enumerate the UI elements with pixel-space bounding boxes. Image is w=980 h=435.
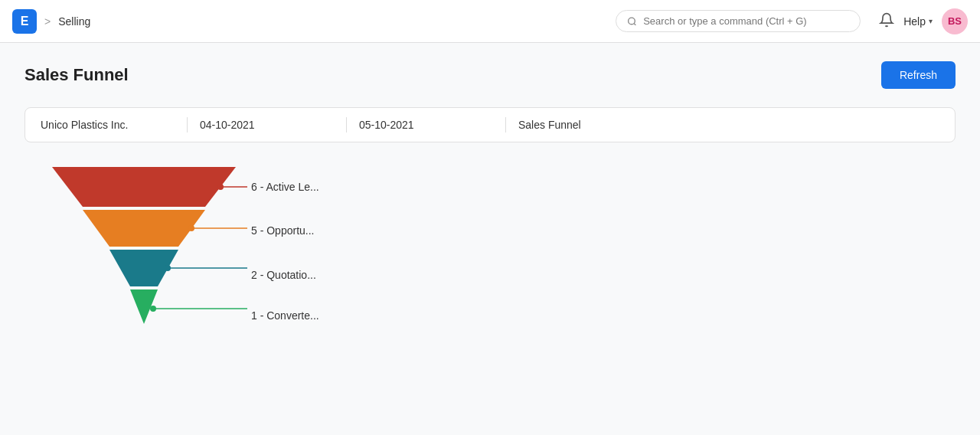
funnel-label-1: 6 - Active Le... (251, 181, 319, 193)
svg-point-9 (188, 225, 194, 231)
report-type-select-wrap: Sales Funnel (518, 119, 610, 131)
search-input[interactable] (643, 15, 849, 27)
svg-point-7 (217, 184, 224, 190)
funnel-svg (37, 167, 251, 328)
filter-divider-2 (346, 117, 347, 132)
help-chevron-icon: ▾ (929, 17, 933, 25)
main-content: Sales Funnel Refresh Sales Funnel (0, 43, 980, 346)
funnel-label-2: 5 - Opportu... (251, 224, 319, 237)
funnel-labels: 6 - Active Le... 5 - Opportu... 2 - Quot… (251, 167, 319, 328)
date-from-filter[interactable] (200, 119, 334, 131)
svg-point-0 (629, 18, 635, 25)
report-type-select[interactable]: Sales Funnel (518, 119, 610, 131)
breadcrumb-chevron: > (44, 15, 51, 28)
bell-icon (879, 12, 894, 28)
filter-bar: Sales Funnel (24, 107, 956, 142)
breadcrumb-selling: Selling (58, 15, 90, 28)
funnel-area: 6 - Active Le... 5 - Opportu... 2 - Quot… (24, 167, 956, 328)
navbar: E > Selling Help ▾ BS (0, 0, 980, 43)
svg-marker-3 (83, 210, 205, 247)
search-icon (627, 16, 637, 27)
avatar[interactable]: BS (942, 8, 968, 34)
filter-divider-3 (505, 117, 506, 132)
svg-marker-2 (52, 167, 236, 207)
refresh-button[interactable]: Refresh (881, 61, 956, 89)
search-bar[interactable] (616, 10, 861, 32)
date-to-filter[interactable] (359, 119, 493, 131)
funnel-label-4: 1 - Converte... (251, 309, 319, 322)
svg-point-11 (165, 265, 171, 271)
svg-point-13 (150, 306, 156, 312)
notifications-bell[interactable] (879, 12, 894, 31)
nav-right: Help ▾ BS (879, 8, 968, 34)
filter-divider-1 (187, 117, 188, 132)
app-logo[interactable]: E (12, 9, 37, 34)
funnel-label-3: 2 - Quotatio... (251, 269, 319, 281)
page-header: Sales Funnel Refresh (24, 61, 956, 89)
company-filter[interactable] (41, 119, 175, 131)
help-menu[interactable]: Help ▾ (903, 15, 933, 28)
page-title: Sales Funnel (24, 65, 129, 85)
svg-line-1 (634, 23, 635, 25)
funnel-chart (37, 167, 251, 328)
